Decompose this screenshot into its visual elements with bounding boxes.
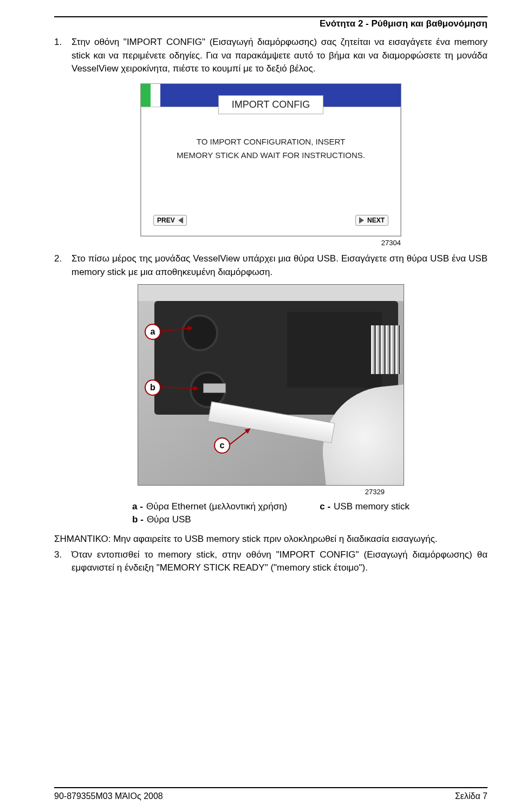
- legend-c-text: USB memory stick: [334, 501, 410, 512]
- section-header: Ενότητα 2 - Ρύθμιση και βαθμονόμηση: [54, 18, 487, 29]
- legend-a-key: a -: [132, 501, 143, 512]
- step-1: 1. Στην οθόνη "IMPORT CONFIG" (Εισαγωγή …: [54, 36, 487, 76]
- callout-b: b: [145, 379, 161, 396]
- legend-c-key: c -: [320, 501, 330, 512]
- step-2: 2. Στο πίσω μέρος της μονάδας VesselView…: [54, 252, 487, 279]
- header-rule: [54, 16, 487, 17]
- stripe-white: [151, 84, 160, 107]
- step-3-text: Όταν εντοπισθεί το memory stick, στην οθ…: [72, 548, 487, 575]
- prev-button[interactable]: PREV: [153, 215, 187, 226]
- figure2-legend: a - Θύρα Ethernet (μελλοντική χρήση) b -…: [98, 501, 444, 525]
- legend-b-text: Θύρα USB: [147, 514, 191, 525]
- footer-left: 90-879355M03 ΜΆΙΟς 2008: [54, 791, 163, 801]
- page: Ενότητα 2 - Ρύθμιση και βαθμονόμηση 1. Σ…: [0, 0, 520, 812]
- step-3: 3. Όταν εντοπισθεί το memory stick, στην…: [54, 548, 487, 575]
- vv-body-line1: TO IMPORT CONFIGURATION, INSERT: [154, 135, 387, 149]
- legend-b-key: b -: [132, 514, 144, 525]
- arrow-left-icon: [178, 217, 183, 224]
- arrow-right-icon: [359, 217, 364, 224]
- next-label: NEXT: [367, 217, 385, 224]
- page-footer: 90-879355M03 ΜΆΙΟς 2008 Σελίδα 7: [54, 787, 487, 801]
- vv-nav: PREV NEXT: [141, 212, 400, 232]
- notice-text: Μην αφαιρείτε το USB memory stick πριν ο…: [113, 534, 437, 544]
- callout-c: c: [214, 437, 230, 454]
- vv-main-panel: IMPORT CONFIG TO IMPORT CONFIGURATION, I…: [141, 107, 401, 236]
- figure1-caption: 27304: [141, 239, 401, 247]
- callout-a: a: [145, 324, 161, 340]
- footer-right: Σελίδα 7: [455, 791, 487, 801]
- leader-c: [229, 429, 250, 446]
- step-2-num: 2.: [54, 252, 66, 279]
- vesselview-screen: IMPORT CONFIG TO IMPORT CONFIGURATION, I…: [140, 83, 401, 237]
- prev-label: PREV: [157, 217, 175, 224]
- step-3-num: 3.: [54, 548, 66, 575]
- vv-body-line2: MEMORY STICK AND WAIT FOR INSTRUCTIONS.: [154, 148, 387, 162]
- step-1-num: 1.: [54, 36, 66, 76]
- important-notice: ΣΗΜΑΝΤΙΚΟ: Μην αφαιρείτε το USB memory s…: [54, 533, 487, 546]
- vv-body: TO IMPORT CONFIGURATION, INSERT MEMORY S…: [141, 114, 400, 212]
- legend-b: b - Θύρα USB: [132, 514, 287, 525]
- vv-title: IMPORT CONFIG: [218, 95, 323, 114]
- figure-usb-photo: a b c: [138, 284, 404, 486]
- legend-c: c - USB memory stick: [320, 501, 410, 512]
- figure2-caption: 27329: [138, 488, 404, 496]
- legend-a: a - Θύρα Ethernet (μελλοντική χρήση): [132, 501, 287, 512]
- next-button[interactable]: NEXT: [355, 215, 388, 226]
- legend-a-text: Θύρα Ethernet (μελλοντική χρήση): [146, 501, 287, 512]
- footer-rule: [54, 787, 487, 788]
- figure-import-config: IMPORT CONFIG TO IMPORT CONFIGURATION, I…: [54, 83, 487, 237]
- notice-label: ΣΗΜΑΝΤΙΚΟ:: [54, 534, 110, 544]
- step-2-text: Στο πίσω μέρος της μονάδας VesselView υπ…: [72, 252, 487, 279]
- step-1-text: Στην οθόνη "IMPORT CONFIG" (Εισαγωγή δια…: [72, 36, 487, 76]
- stripe-green: [141, 84, 151, 107]
